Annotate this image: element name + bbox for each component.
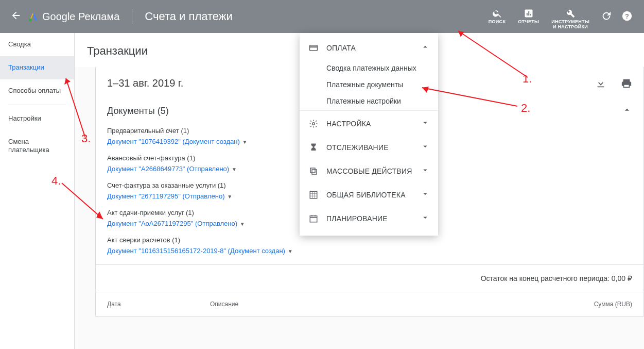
- search-label: ПОИСК: [489, 20, 506, 25]
- header-divider: [132, 9, 132, 24]
- doc-link[interactable]: Документ "AoA2671197295" (Отправлено) ▼: [107, 220, 245, 227]
- tools-settings-tool[interactable]: ИНСТРУМЕНТЫ И НАСТРОЙКИ: [551, 8, 589, 30]
- left-sidebar: Сводка Транзакции Способы оплаты Настрой…: [0, 33, 75, 349]
- calendar-icon: [308, 214, 319, 223]
- menu-divider: [300, 110, 438, 111]
- chevron-up-icon: [421, 42, 430, 54]
- balance-row: Остаток на конец расчетного периода: 0,0…: [96, 264, 643, 292]
- doc-link[interactable]: Документ "1076419392" (Документ создан) …: [107, 138, 247, 145]
- chevron-down-icon: [421, 118, 430, 129]
- doc-group-title: Акт сверки расчетов (1): [107, 236, 632, 244]
- th-sum: Сумма (RUB): [555, 301, 632, 308]
- menu-section-library[interactable]: ОБЩАЯ БИБЛИОТЕКА: [300, 183, 438, 207]
- chevron-down-icon: [421, 165, 430, 177]
- download-icon[interactable]: [595, 78, 606, 89]
- svg-rect-4: [527, 13, 528, 15]
- date-range: 1–31 авг. 2019 г.: [107, 77, 183, 89]
- dropdown-caret-icon: ▼: [230, 167, 237, 172]
- dropdown-caret-icon: ▼: [238, 221, 245, 227]
- doc-link[interactable]: Документ "2671197295" (Отправлено) ▼: [107, 192, 232, 200]
- svg-text:?: ?: [625, 12, 629, 20]
- tools-dropdown: ОПЛАТА Сводка платежных данных Платежные…: [300, 33, 438, 236]
- svg-rect-9: [310, 45, 318, 51]
- doc-link[interactable]: Документ "A2668649773" (Отправлено) ▼: [107, 165, 237, 173]
- reports-tool[interactable]: ОТЧЕТЫ: [518, 8, 539, 25]
- menu-section-label: ОТСЛЕЖИВАНИЕ: [326, 143, 389, 152]
- sidebar-item-transactions[interactable]: Транзакции: [0, 56, 74, 79]
- product-logo[interactable]: Google Реклама: [28, 11, 119, 23]
- svg-rect-10: [310, 46, 318, 47]
- svg-rect-12: [312, 170, 317, 174]
- menu-section-label: ПЛАНИРОВАНИЕ: [326, 214, 388, 223]
- copy-icon: [308, 167, 319, 176]
- app-header: Google Реклама Счета и платежи ПОИСК ОТЧ…: [0, 0, 644, 33]
- svg-rect-15: [310, 216, 317, 222]
- reports-label: ОТЧЕТЫ: [518, 20, 539, 25]
- svg-rect-6: [530, 14, 531, 15]
- documents-header: Документы (5): [107, 106, 169, 117]
- menu-section-bulk[interactable]: МАССОВЫЕ ДЕЙСТВИЯ: [300, 159, 438, 183]
- menu-section-label: МАССОВЫЕ ДЕЙСТВИЯ: [326, 167, 412, 175]
- header-toolbar: ПОИСК ОТЧЕТЫ ИНСТРУМЕНТЫ И НАСТРОЙКИ ?: [482, 3, 644, 30]
- table-header: Дата Описание Сумма (RUB): [96, 292, 643, 316]
- collapse-icon: [622, 105, 632, 118]
- svg-rect-13: [310, 168, 315, 173]
- th-desc: Описание: [210, 301, 555, 308]
- grid-icon: [308, 190, 319, 200]
- menu-section-setup[interactable]: НАСТРОЙКА: [300, 112, 438, 136]
- doc-group: Акт сверки расчетов (1) Документ "101631…: [96, 231, 643, 264]
- svg-marker-1: [33, 13, 37, 21]
- search-tool[interactable]: ПОИСК: [489, 8, 506, 25]
- refresh-icon[interactable]: [601, 10, 612, 22]
- help-icon[interactable]: ?: [621, 10, 633, 22]
- gear-icon: [308, 119, 319, 128]
- doc-link[interactable]: Документ "1016315156165172-2019-8" (Доку…: [107, 247, 293, 255]
- dropdown-caret-icon: ▼: [286, 248, 293, 254]
- menu-section-payment[interactable]: ОПЛАТА: [300, 36, 438, 60]
- chevron-down-icon: [421, 142, 430, 153]
- product-name: Google Реклама: [42, 11, 119, 23]
- hourglass-icon: [308, 143, 319, 152]
- sidebar-item-payment-methods[interactable]: Способы оплаты: [0, 79, 74, 103]
- page-header-title: Счета и платежи: [145, 10, 233, 23]
- menu-section-label: ОПЛАТА: [326, 44, 356, 52]
- menu-item-payment-settings[interactable]: Платежные настройки: [300, 93, 438, 109]
- svg-rect-14: [310, 191, 317, 198]
- dropdown-caret-icon: ▼: [241, 139, 248, 145]
- chevron-down-icon: [421, 189, 430, 201]
- dropdown-caret-icon: ▼: [225, 194, 232, 200]
- sidebar-item-summary[interactable]: Сводка: [0, 33, 74, 56]
- menu-item-payment-documents[interactable]: Платежные документы: [300, 76, 438, 93]
- th-date: Дата: [107, 301, 210, 308]
- chevron-down-icon: [421, 213, 430, 224]
- reports-icon: [524, 8, 534, 19]
- card-icon: [308, 43, 319, 53]
- print-icon[interactable]: [621, 78, 632, 89]
- sidebar-separator: [8, 105, 66, 105]
- menu-item-payment-summary[interactable]: Сводка платежных данных: [300, 60, 438, 76]
- tools-label-2: И НАСТРОЙКИ: [553, 25, 588, 30]
- back-icon[interactable]: [10, 10, 22, 23]
- sidebar-item-settings[interactable]: Настройки: [0, 107, 74, 130]
- wrench-icon: [565, 8, 576, 19]
- svg-point-11: [312, 123, 315, 125]
- menu-section-tracking[interactable]: ОТСЛЕЖИВАНИЕ: [300, 136, 438, 159]
- menu-section-planning[interactable]: ПЛАНИРОВАНИЕ: [300, 207, 438, 230]
- menu-section-label: ОБЩАЯ БИБЛИОТЕКА: [326, 191, 406, 199]
- svg-point-2: [29, 19, 32, 21]
- sidebar-item-change-payer[interactable]: Смена плательщика: [0, 130, 74, 162]
- svg-rect-5: [528, 11, 529, 15]
- search-icon: [492, 8, 502, 19]
- menu-section-label: НАСТРОЙКА: [326, 120, 371, 128]
